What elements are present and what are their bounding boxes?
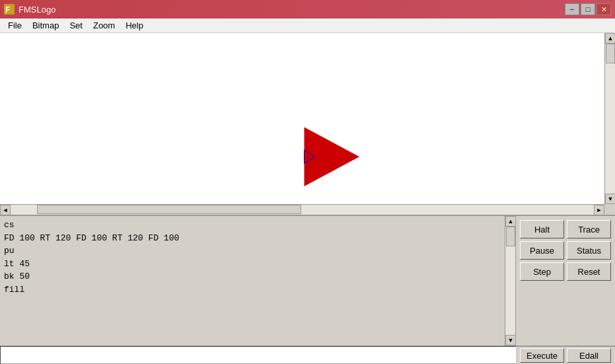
scroll-thumb-h[interactable] bbox=[37, 205, 301, 214]
code-textarea[interactable]: cs FD 100 RT 120 FD 100 RT 120 FD 100 pu… bbox=[0, 216, 505, 346]
input-row: Execute Edall bbox=[0, 346, 615, 364]
menu-zoom[interactable]: Zoom bbox=[88, 19, 120, 32]
trace-button[interactable]: Trace bbox=[567, 220, 611, 238]
menu-set[interactable]: Set bbox=[64, 19, 88, 32]
svg-text:F: F bbox=[5, 5, 10, 15]
canvas-scrollbar-vertical[interactable]: ▲ ▼ bbox=[604, 33, 615, 204]
menu-file[interactable]: File bbox=[3, 19, 27, 32]
menu-help[interactable]: Help bbox=[120, 19, 149, 32]
canvas-area: ▲ ▼ ◄ ► bbox=[0, 33, 615, 215]
canvas-inner bbox=[0, 33, 604, 204]
execute-button[interactable]: Execute bbox=[520, 348, 564, 363]
editor-scroll-down[interactable]: ▼ bbox=[505, 335, 516, 346]
scroll-track-h bbox=[11, 205, 594, 215]
step-button[interactable]: Step bbox=[520, 262, 564, 281]
title-bar: F FMSLogo − □ ✕ bbox=[0, 0, 615, 18]
code-row: cs FD 100 RT 120 FD 100 RT 120 FD 100 pu… bbox=[0, 216, 615, 346]
editor-scroll-track bbox=[505, 227, 515, 335]
editor-scrollbar-vertical[interactable]: ▲ ▼ bbox=[505, 216, 515, 346]
status-button[interactable]: Status bbox=[567, 241, 611, 260]
drawing-canvas bbox=[0, 33, 604, 204]
maximize-button[interactable]: □ bbox=[581, 3, 595, 15]
input-buttons: Execute Edall bbox=[516, 346, 615, 364]
main-container: ▲ ▼ ◄ ► cs FD 100 RT 120 FD 100 RT 120 F… bbox=[0, 33, 615, 364]
code-editor: cs FD 100 RT 120 FD 100 RT 120 FD 100 pu… bbox=[0, 216, 516, 346]
reset-button[interactable]: Reset bbox=[567, 262, 611, 281]
scroll-up-arrow[interactable]: ▲ bbox=[605, 33, 615, 44]
close-button[interactable]: ✕ bbox=[597, 3, 611, 15]
button-panel: Halt Trace Pause Status Step Reset bbox=[516, 216, 615, 346]
menu-bitmap[interactable]: Bitmap bbox=[27, 19, 64, 32]
editor-scroll-up[interactable]: ▲ bbox=[505, 216, 516, 227]
scroll-right-arrow[interactable]: ► bbox=[594, 205, 604, 215]
pause-button[interactable]: Pause bbox=[520, 241, 564, 260]
editor-scroll-thumb[interactable] bbox=[506, 227, 515, 246]
scroll-left-arrow[interactable]: ◄ bbox=[0, 205, 11, 215]
scroll-thumb-v[interactable] bbox=[606, 44, 615, 63]
window-title: FMSLogo bbox=[18, 5, 55, 15]
filled-triangle bbox=[304, 127, 359, 186]
halt-button[interactable]: Halt bbox=[520, 220, 564, 238]
canvas-scrollbar-horizontal[interactable]: ◄ ► bbox=[0, 204, 604, 215]
edall-button[interactable]: Edall bbox=[567, 348, 611, 363]
minimize-button[interactable]: − bbox=[565, 3, 579, 15]
menu-bar: File Bitmap Set Zoom Help bbox=[0, 18, 615, 33]
command-input[interactable] bbox=[0, 346, 516, 364]
bottom-panel: cs FD 100 RT 120 FD 100 RT 120 FD 100 pu… bbox=[0, 215, 615, 364]
title-bar-left: F FMSLogo bbox=[4, 4, 55, 15]
scroll-track-v bbox=[605, 44, 615, 194]
scroll-down-arrow[interactable]: ▼ bbox=[605, 194, 615, 204]
title-bar-controls: − □ ✕ bbox=[565, 3, 611, 15]
app-icon: F bbox=[4, 4, 15, 15]
